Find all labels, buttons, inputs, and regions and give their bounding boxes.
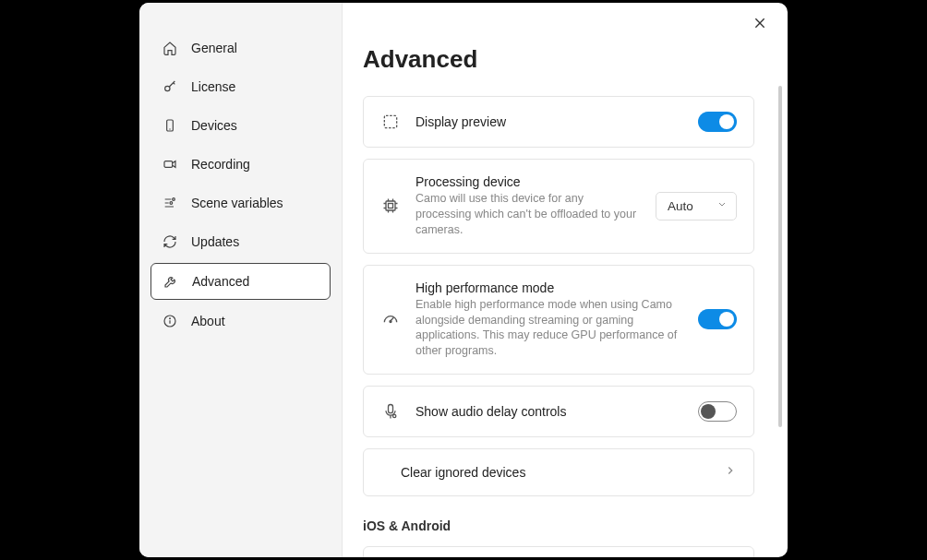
svg-point-5	[170, 202, 173, 205]
sidebar: General License Devices Recording Scene …	[139, 3, 343, 557]
setting-desc: Camo will use this device for any proces…	[415, 191, 641, 238]
setting-high-performance: High performance mode Enable high perfor…	[363, 265, 754, 375]
section-ios-android: iOS & Android	[363, 518, 754, 533]
phone-icon	[162, 117, 178, 134]
setting-title: Clear ignored devices	[401, 465, 709, 480]
sidebar-label: General	[191, 41, 237, 55]
sidebar-item-scene-variables[interactable]: Scene variables	[150, 185, 331, 220]
audio-delay-toggle[interactable]	[698, 401, 737, 422]
sidebar-label: Updates	[191, 234, 239, 249]
key-icon	[162, 78, 178, 95]
sidebar-label: License	[191, 79, 235, 94]
svg-rect-3	[164, 161, 173, 168]
sidebar-item-advanced[interactable]: Advanced	[150, 263, 331, 300]
page-title: Advanced	[363, 45, 754, 74]
sidebar-item-updates[interactable]: Updates	[150, 224, 331, 259]
gauge-icon	[380, 309, 401, 329]
svg-point-8	[170, 318, 171, 319]
sidebar-label: Advanced	[192, 274, 249, 289]
scrollbar[interactable]	[778, 86, 782, 427]
setting-screen-curtain: Screen curtain Automatically dim the pho…	[363, 546, 754, 557]
close-button[interactable]	[752, 16, 771, 34]
select-value: Auto	[668, 199, 693, 213]
chevron-right-icon	[724, 464, 737, 481]
home-icon	[162, 40, 178, 56]
refresh-icon	[162, 233, 178, 250]
sidebar-item-recording[interactable]: Recording	[150, 147, 331, 182]
setting-display-preview: Display preview	[363, 96, 754, 148]
setting-title: Processing device	[415, 174, 641, 189]
display-preview-toggle[interactable]	[698, 112, 737, 132]
variables-icon	[162, 195, 178, 211]
sidebar-label: Recording	[191, 157, 250, 172]
svg-rect-13	[389, 204, 393, 209]
camera-icon	[162, 156, 178, 173]
svg-point-4	[173, 198, 175, 201]
mic-gear-icon	[380, 401, 401, 422]
chevron-down-icon	[716, 199, 728, 213]
wrench-icon	[163, 273, 179, 290]
clear-ignored-devices-button[interactable]: Clear ignored devices	[363, 448, 754, 496]
svg-point-23	[390, 321, 391, 323]
setting-title: Show audio delay controls	[415, 404, 683, 419]
svg-rect-11	[384, 115, 396, 127]
sidebar-label: About	[191, 314, 225, 328]
setting-desc: Enable high performance mode when using …	[415, 297, 683, 360]
info-icon	[162, 313, 178, 329]
sidebar-item-license[interactable]: License	[150, 69, 331, 104]
svg-point-0	[165, 86, 170, 90]
sidebar-item-about[interactable]: About	[150, 304, 331, 339]
processing-device-select[interactable]: Auto	[656, 192, 737, 220]
display-preview-icon	[380, 112, 401, 132]
sidebar-label: Scene variables	[191, 196, 283, 210]
cpu-icon	[380, 196, 401, 216]
sidebar-item-devices[interactable]: Devices	[150, 108, 331, 143]
svg-rect-24	[389, 405, 393, 413]
svg-point-26	[393, 414, 396, 417]
sidebar-item-general[interactable]: General	[150, 30, 331, 66]
settings-window: General License Devices Recording Scene …	[139, 3, 788, 557]
high-performance-toggle[interactable]	[698, 309, 737, 329]
setting-audio-delay: Show audio delay controls	[363, 386, 754, 437]
main-panel: Advanced Display preview Processing devi…	[343, 3, 788, 557]
sidebar-label: Devices	[191, 118, 237, 133]
setting-title: High performance mode	[415, 280, 683, 295]
setting-title: Display preview	[415, 114, 683, 129]
svg-rect-12	[386, 201, 395, 210]
setting-processing-device: Processing device Camo will use this dev…	[363, 159, 754, 254]
